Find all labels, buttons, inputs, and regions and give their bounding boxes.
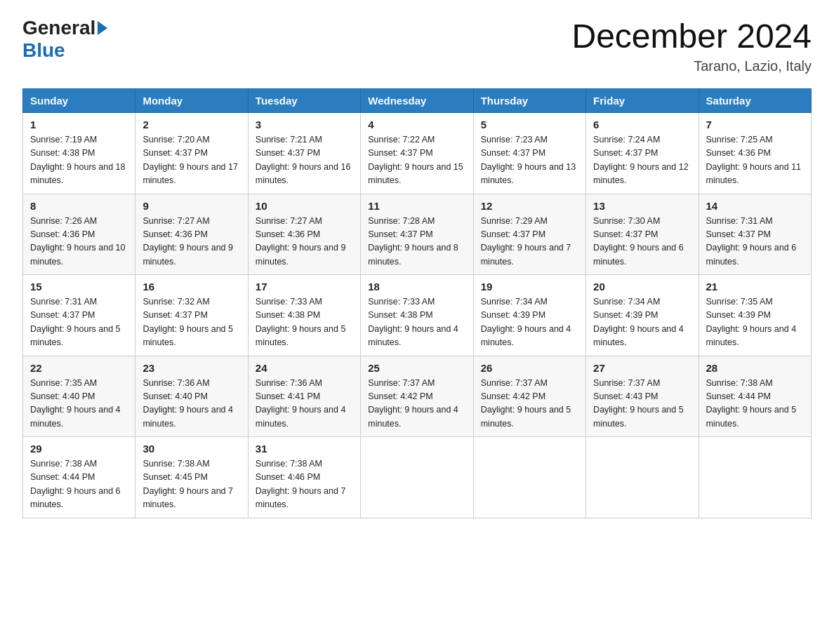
calendar-day-cell: 21 Sunrise: 7:35 AMSunset: 4:39 PMDaylig…	[699, 275, 811, 356]
location-text: Tarano, Lazio, Italy	[571, 58, 812, 74]
day-number: 26	[481, 362, 578, 374]
day-info: Sunrise: 7:34 AMSunset: 4:39 PMDaylight:…	[481, 297, 571, 347]
day-info: Sunrise: 7:28 AMSunset: 4:37 PMDaylight:…	[368, 216, 458, 267]
day-number: 21	[706, 281, 804, 293]
day-number: 24	[256, 362, 353, 374]
day-number: 17	[256, 281, 353, 293]
day-info: Sunrise: 7:30 AMSunset: 4:37 PMDaylight:…	[593, 216, 684, 267]
day-info: Sunrise: 7:31 AMSunset: 4:37 PMDaylight:…	[706, 216, 797, 267]
day-info: Sunrise: 7:25 AMSunset: 4:36 PMDaylight:…	[706, 135, 802, 185]
calendar-day-cell	[473, 437, 585, 518]
day-number: 4	[368, 119, 465, 130]
logo-general-text: General	[22, 17, 95, 39]
calendar-week-row: 1 Sunrise: 7:19 AMSunset: 4:38 PMDayligh…	[23, 113, 812, 194]
calendar-day-cell: 10 Sunrise: 7:27 AMSunset: 4:36 PMDaylig…	[248, 194, 360, 275]
calendar-week-row: 8 Sunrise: 7:26 AMSunset: 4:36 PMDayligh…	[23, 194, 812, 275]
day-info: Sunrise: 7:27 AMSunset: 4:36 PMDaylight:…	[143, 216, 233, 267]
day-info: Sunrise: 7:31 AMSunset: 4:37 PMDaylight:…	[30, 297, 121, 347]
calendar-day-cell: 23 Sunrise: 7:36 AMSunset: 4:40 PMDaylig…	[135, 356, 248, 437]
day-number: 18	[368, 281, 465, 293]
title-block: December 2024 Tarano, Lazio, Italy	[571, 17, 812, 74]
day-info: Sunrise: 7:33 AMSunset: 4:38 PMDaylight:…	[368, 297, 458, 347]
day-number: 3	[256, 119, 353, 130]
calendar-week-row: 15 Sunrise: 7:31 AMSunset: 4:37 PMDaylig…	[23, 275, 812, 356]
calendar-day-cell: 12 Sunrise: 7:29 AMSunset: 4:37 PMDaylig…	[473, 194, 585, 275]
day-number: 6	[593, 119, 691, 130]
day-info: Sunrise: 7:21 AMSunset: 4:37 PMDaylight:…	[256, 135, 351, 185]
day-of-week-header: Tuesday	[248, 89, 360, 113]
calendar-day-cell: 13 Sunrise: 7:30 AMSunset: 4:37 PMDaylig…	[586, 194, 699, 275]
calendar-day-cell: 5 Sunrise: 7:23 AMSunset: 4:37 PMDayligh…	[473, 113, 585, 194]
day-number: 14	[706, 200, 804, 212]
calendar-day-cell: 27 Sunrise: 7:37 AMSunset: 4:43 PMDaylig…	[586, 356, 699, 437]
calendar-day-cell	[699, 437, 811, 518]
day-number: 5	[481, 119, 578, 130]
day-of-week-header: Friday	[586, 89, 699, 113]
calendar-day-cell	[361, 437, 473, 518]
calendar-week-row: 29 Sunrise: 7:38 AMSunset: 4:44 PMDaylig…	[23, 437, 812, 518]
day-info: Sunrise: 7:20 AMSunset: 4:37 PMDaylight:…	[143, 135, 238, 185]
calendar-day-cell: 9 Sunrise: 7:27 AMSunset: 4:36 PMDayligh…	[135, 194, 248, 275]
calendar-day-cell: 1 Sunrise: 7:19 AMSunset: 4:38 PMDayligh…	[23, 113, 135, 194]
day-info: Sunrise: 7:19 AMSunset: 4:38 PMDaylight:…	[30, 135, 126, 185]
day-number: 25	[368, 362, 465, 374]
day-info: Sunrise: 7:27 AMSunset: 4:36 PMDaylight:…	[256, 216, 346, 267]
calendar-day-cell: 29 Sunrise: 7:38 AMSunset: 4:44 PMDaylig…	[23, 437, 135, 518]
calendar-day-cell: 14 Sunrise: 7:31 AMSunset: 4:37 PMDaylig…	[699, 194, 811, 275]
day-info: Sunrise: 7:37 AMSunset: 4:43 PMDaylight:…	[593, 378, 684, 429]
day-number: 12	[481, 200, 578, 212]
calendar-day-cell: 16 Sunrise: 7:32 AMSunset: 4:37 PMDaylig…	[135, 275, 248, 356]
day-info: Sunrise: 7:36 AMSunset: 4:41 PMDaylight:…	[256, 378, 346, 429]
calendar-day-cell: 26 Sunrise: 7:37 AMSunset: 4:42 PMDaylig…	[473, 356, 585, 437]
day-info: Sunrise: 7:24 AMSunset: 4:37 PMDaylight:…	[593, 135, 689, 185]
calendar-day-cell	[586, 437, 699, 518]
day-info: Sunrise: 7:38 AMSunset: 4:44 PMDaylight:…	[706, 378, 797, 429]
day-info: Sunrise: 7:22 AMSunset: 4:37 PMDaylight:…	[368, 135, 463, 185]
day-number: 8	[30, 200, 128, 212]
calendar-day-cell: 6 Sunrise: 7:24 AMSunset: 4:37 PMDayligh…	[586, 113, 699, 194]
day-number: 30	[143, 443, 240, 455]
day-number: 10	[256, 200, 353, 212]
calendar-day-cell: 8 Sunrise: 7:26 AMSunset: 4:36 PMDayligh…	[23, 194, 135, 275]
page-header: General Blue December 2024 Tarano, Lazio…	[22, 17, 812, 74]
calendar-day-cell: 11 Sunrise: 7:28 AMSunset: 4:37 PMDaylig…	[361, 194, 473, 275]
calendar-day-cell: 18 Sunrise: 7:33 AMSunset: 4:38 PMDaylig…	[361, 275, 473, 356]
calendar-table: SundayMondayTuesdayWednesdayThursdayFrid…	[22, 88, 812, 518]
day-info: Sunrise: 7:34 AMSunset: 4:39 PMDaylight:…	[593, 297, 684, 347]
day-info: Sunrise: 7:29 AMSunset: 4:37 PMDaylight:…	[481, 216, 571, 267]
day-number: 19	[481, 281, 578, 293]
calendar-header-row: SundayMondayTuesdayWednesdayThursdayFrid…	[23, 89, 812, 113]
day-info: Sunrise: 7:35 AMSunset: 4:39 PMDaylight:…	[706, 297, 797, 347]
day-of-week-header: Saturday	[699, 89, 811, 113]
calendar-day-cell: 20 Sunrise: 7:34 AMSunset: 4:39 PMDaylig…	[586, 275, 699, 356]
day-of-week-header: Wednesday	[361, 89, 473, 113]
logo-arrow-icon	[98, 21, 107, 35]
day-of-week-header: Sunday	[23, 89, 135, 113]
day-number: 27	[593, 362, 691, 374]
calendar-day-cell: 25 Sunrise: 7:37 AMSunset: 4:42 PMDaylig…	[361, 356, 473, 437]
day-info: Sunrise: 7:26 AMSunset: 4:36 PMDaylight:…	[30, 216, 126, 267]
day-number: 13	[593, 200, 691, 212]
day-number: 31	[256, 443, 353, 455]
logo-blue-text: Blue	[22, 39, 65, 62]
calendar-day-cell: 17 Sunrise: 7:33 AMSunset: 4:38 PMDaylig…	[248, 275, 360, 356]
calendar-day-cell: 24 Sunrise: 7:36 AMSunset: 4:41 PMDaylig…	[248, 356, 360, 437]
day-number: 2	[143, 119, 240, 130]
calendar-week-row: 22 Sunrise: 7:35 AMSunset: 4:40 PMDaylig…	[23, 356, 812, 437]
day-number: 22	[30, 362, 128, 374]
calendar-day-cell: 28 Sunrise: 7:38 AMSunset: 4:44 PMDaylig…	[699, 356, 811, 437]
day-number: 28	[706, 362, 804, 374]
logo: General Blue	[22, 17, 107, 62]
calendar-day-cell: 3 Sunrise: 7:21 AMSunset: 4:37 PMDayligh…	[248, 113, 360, 194]
calendar-day-cell: 31 Sunrise: 7:38 AMSunset: 4:46 PMDaylig…	[248, 437, 360, 518]
day-info: Sunrise: 7:37 AMSunset: 4:42 PMDaylight:…	[481, 378, 571, 429]
day-number: 11	[368, 200, 465, 212]
day-number: 20	[593, 281, 691, 293]
logo-text: General	[22, 17, 107, 39]
day-info: Sunrise: 7:36 AMSunset: 4:40 PMDaylight:…	[143, 378, 233, 429]
day-info: Sunrise: 7:38 AMSunset: 4:44 PMDaylight:…	[30, 459, 121, 509]
day-info: Sunrise: 7:37 AMSunset: 4:42 PMDaylight:…	[368, 378, 458, 429]
day-of-week-header: Thursday	[473, 89, 585, 113]
month-title: December 2024	[571, 17, 812, 55]
calendar-day-cell: 4 Sunrise: 7:22 AMSunset: 4:37 PMDayligh…	[361, 113, 473, 194]
